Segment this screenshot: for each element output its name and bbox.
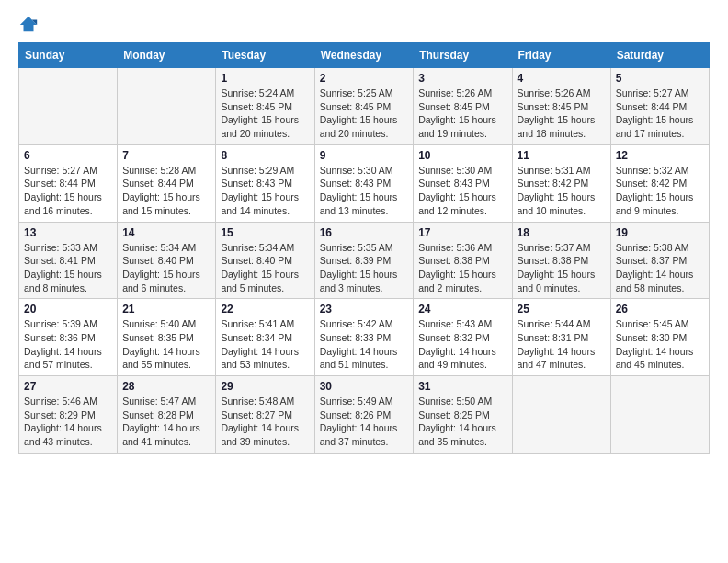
- day-info: Sunrise: 5:26 AM Sunset: 8:45 PM Dayligh…: [518, 86, 606, 141]
- calendar-cell: 9Sunrise: 5:30 AM Sunset: 8:43 PM Daylig…: [314, 144, 414, 222]
- day-info: Sunrise: 5:36 AM Sunset: 8:38 PM Dayligh…: [418, 241, 506, 295]
- day-of-week-header: Monday: [118, 43, 216, 68]
- day-info: Sunrise: 5:30 AM Sunset: 8:43 PM Dayligh…: [320, 164, 409, 218]
- day-number: 29: [221, 380, 309, 393]
- calendar-cell: 12Sunrise: 5:32 AM Sunset: 8:42 PM Dayli…: [610, 144, 709, 222]
- calendar-cell: 26Sunrise: 5:45 AM Sunset: 8:30 PM Dayli…: [610, 299, 709, 376]
- day-number: 9: [320, 149, 409, 162]
- calendar-cell: 2Sunrise: 5:25 AM Sunset: 8:45 PM Daylig…: [314, 68, 414, 145]
- day-info: Sunrise: 5:46 AM Sunset: 8:29 PM Dayligh…: [24, 395, 112, 449]
- day-info: Sunrise: 5:37 AM Sunset: 8:38 PM Dayligh…: [518, 241, 606, 295]
- day-info: Sunrise: 5:42 AM Sunset: 8:33 PM Dayligh…: [320, 317, 409, 372]
- calendar-cell: 28Sunrise: 5:47 AM Sunset: 8:28 PM Dayli…: [118, 376, 216, 454]
- svg-marker-0: [20, 17, 37, 32]
- day-info: Sunrise: 5:35 AM Sunset: 8:39 PM Dayligh…: [320, 241, 409, 295]
- calendar-table: SundayMondayTuesdayWednesdayThursdayFrid…: [18, 42, 710, 454]
- day-info: Sunrise: 5:27 AM Sunset: 8:44 PM Dayligh…: [24, 164, 112, 218]
- day-number: 22: [221, 303, 309, 316]
- day-info: Sunrise: 5:49 AM Sunset: 8:26 PM Dayligh…: [320, 395, 409, 449]
- day-number: 10: [418, 149, 506, 162]
- calendar-cell: 29Sunrise: 5:48 AM Sunset: 8:27 PM Dayli…: [216, 376, 314, 454]
- day-of-week-header: Friday: [512, 43, 610, 68]
- calendar-cell: 1Sunrise: 5:24 AM Sunset: 8:45 PM Daylig…: [216, 68, 314, 145]
- day-number: 14: [122, 226, 210, 239]
- day-info: Sunrise: 5:44 AM Sunset: 8:31 PM Dayligh…: [518, 317, 606, 372]
- logo-icon: [18, 15, 39, 35]
- calendar-cell: 17Sunrise: 5:36 AM Sunset: 8:38 PM Dayli…: [414, 222, 512, 299]
- day-info: Sunrise: 5:34 AM Sunset: 8:40 PM Dayligh…: [221, 241, 309, 295]
- day-number: 8: [221, 149, 309, 162]
- day-info: Sunrise: 5:31 AM Sunset: 8:42 PM Dayligh…: [518, 164, 606, 218]
- calendar-cell: 21Sunrise: 5:40 AM Sunset: 8:35 PM Dayli…: [118, 299, 216, 376]
- day-number: 11: [518, 149, 606, 162]
- calendar-cell: 31Sunrise: 5:50 AM Sunset: 8:25 PM Dayli…: [414, 376, 512, 454]
- day-info: Sunrise: 5:39 AM Sunset: 8:36 PM Dayligh…: [24, 317, 112, 372]
- day-number: 24: [418, 303, 506, 316]
- day-info: Sunrise: 5:34 AM Sunset: 8:40 PM Dayligh…: [122, 241, 210, 295]
- day-number: 23: [320, 303, 409, 316]
- day-number: 17: [418, 226, 506, 239]
- day-of-week-header: Tuesday: [216, 43, 314, 68]
- calendar-cell: 19Sunrise: 5:38 AM Sunset: 8:37 PM Dayli…: [610, 222, 709, 299]
- day-number: 13: [24, 226, 112, 239]
- day-info: Sunrise: 5:41 AM Sunset: 8:34 PM Dayligh…: [221, 317, 309, 372]
- calendar-cell: 11Sunrise: 5:31 AM Sunset: 8:42 PM Dayli…: [512, 144, 610, 222]
- day-info: Sunrise: 5:43 AM Sunset: 8:32 PM Dayligh…: [418, 317, 506, 372]
- calendar-cell: [610, 376, 709, 454]
- calendar-cell: 16Sunrise: 5:35 AM Sunset: 8:39 PM Dayli…: [314, 222, 414, 299]
- day-info: Sunrise: 5:33 AM Sunset: 8:41 PM Dayligh…: [24, 241, 112, 295]
- calendar-cell: 25Sunrise: 5:44 AM Sunset: 8:31 PM Dayli…: [512, 299, 610, 376]
- day-info: Sunrise: 5:24 AM Sunset: 8:45 PM Dayligh…: [221, 86, 309, 141]
- day-info: Sunrise: 5:38 AM Sunset: 8:37 PM Dayligh…: [616, 241, 704, 295]
- day-info: Sunrise: 5:26 AM Sunset: 8:45 PM Dayligh…: [418, 86, 506, 141]
- calendar-cell: 8Sunrise: 5:29 AM Sunset: 8:43 PM Daylig…: [216, 144, 314, 222]
- calendar-cell: 24Sunrise: 5:43 AM Sunset: 8:32 PM Dayli…: [414, 299, 512, 376]
- calendar-cell: 22Sunrise: 5:41 AM Sunset: 8:34 PM Dayli…: [216, 299, 314, 376]
- day-info: Sunrise: 5:48 AM Sunset: 8:27 PM Dayligh…: [221, 395, 309, 449]
- day-info: Sunrise: 5:30 AM Sunset: 8:43 PM Dayligh…: [418, 164, 506, 218]
- calendar-cell: 15Sunrise: 5:34 AM Sunset: 8:40 PM Dayli…: [216, 222, 314, 299]
- day-number: 7: [122, 149, 210, 162]
- day-of-week-header: Saturday: [610, 43, 709, 68]
- calendar-cell: 13Sunrise: 5:33 AM Sunset: 8:41 PM Dayli…: [19, 222, 118, 299]
- calendar-cell: [118, 68, 216, 145]
- day-number: 2: [320, 72, 409, 85]
- day-of-week-header: Sunday: [19, 43, 118, 68]
- calendar-cell: 7Sunrise: 5:28 AM Sunset: 8:44 PM Daylig…: [118, 144, 216, 222]
- calendar-cell: 6Sunrise: 5:27 AM Sunset: 8:44 PM Daylig…: [19, 144, 118, 222]
- day-info: Sunrise: 5:45 AM Sunset: 8:30 PM Dayligh…: [616, 317, 704, 372]
- calendar-cell: 5Sunrise: 5:27 AM Sunset: 8:44 PM Daylig…: [610, 68, 709, 145]
- day-number: 19: [616, 226, 704, 239]
- calendar-cell: 18Sunrise: 5:37 AM Sunset: 8:38 PM Dayli…: [512, 222, 610, 299]
- calendar-cell: [512, 376, 610, 454]
- calendar-week-row: 20Sunrise: 5:39 AM Sunset: 8:36 PM Dayli…: [19, 299, 710, 376]
- day-info: Sunrise: 5:50 AM Sunset: 8:25 PM Dayligh…: [418, 395, 506, 449]
- day-number: 4: [518, 72, 606, 85]
- calendar-week-row: 6Sunrise: 5:27 AM Sunset: 8:44 PM Daylig…: [19, 144, 710, 222]
- day-number: 1: [221, 72, 309, 85]
- day-number: 30: [320, 380, 409, 393]
- calendar-week-row: 27Sunrise: 5:46 AM Sunset: 8:29 PM Dayli…: [19, 376, 710, 454]
- logo: [18, 15, 40, 35]
- calendar-cell: 3Sunrise: 5:26 AM Sunset: 8:45 PM Daylig…: [414, 68, 512, 145]
- day-info: Sunrise: 5:25 AM Sunset: 8:45 PM Dayligh…: [320, 86, 409, 141]
- calendar-cell: 20Sunrise: 5:39 AM Sunset: 8:36 PM Dayli…: [19, 299, 118, 376]
- calendar-cell: 30Sunrise: 5:49 AM Sunset: 8:26 PM Dayli…: [314, 376, 414, 454]
- calendar-cell: 10Sunrise: 5:30 AM Sunset: 8:43 PM Dayli…: [414, 144, 512, 222]
- calendar-cell: 23Sunrise: 5:42 AM Sunset: 8:33 PM Dayli…: [314, 299, 414, 376]
- day-of-week-header: Thursday: [414, 43, 512, 68]
- day-number: 12: [616, 149, 704, 162]
- day-info: Sunrise: 5:29 AM Sunset: 8:43 PM Dayligh…: [221, 164, 309, 218]
- day-number: 18: [518, 226, 606, 239]
- day-info: Sunrise: 5:28 AM Sunset: 8:44 PM Dayligh…: [122, 164, 210, 218]
- calendar-cell: 14Sunrise: 5:34 AM Sunset: 8:40 PM Dayli…: [118, 222, 216, 299]
- day-number: 16: [320, 226, 409, 239]
- calendar-cell: [19, 68, 118, 145]
- day-info: Sunrise: 5:32 AM Sunset: 8:42 PM Dayligh…: [616, 164, 704, 218]
- day-of-week-header: Wednesday: [314, 43, 414, 68]
- day-number: 5: [616, 72, 704, 85]
- day-number: 31: [418, 380, 506, 393]
- day-info: Sunrise: 5:47 AM Sunset: 8:28 PM Dayligh…: [122, 395, 210, 449]
- day-number: 26: [616, 303, 704, 316]
- calendar-week-row: 13Sunrise: 5:33 AM Sunset: 8:41 PM Dayli…: [19, 222, 710, 299]
